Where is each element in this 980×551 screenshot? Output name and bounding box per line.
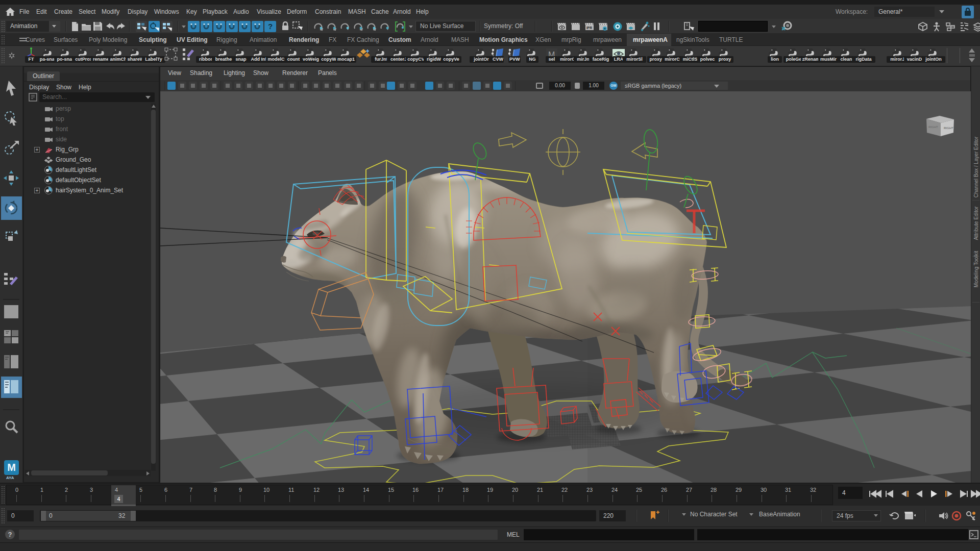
svg-text:RIGHT: RIGHT: [928, 126, 938, 129]
svg-text:IPR: IPR: [586, 26, 592, 30]
svg-text:RIGHT: RIGHT: [944, 127, 953, 130]
